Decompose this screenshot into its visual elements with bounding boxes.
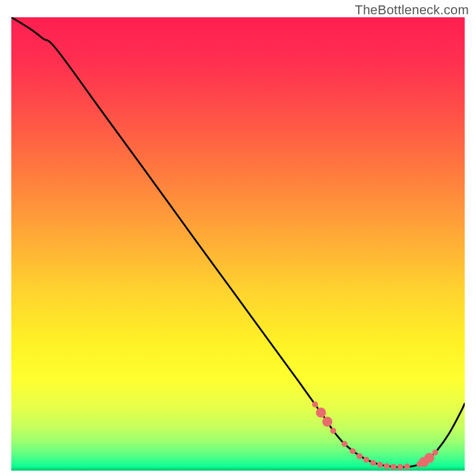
marker-dot (330, 428, 336, 434)
marker-dot (377, 462, 383, 468)
marker-dot (432, 450, 438, 456)
plot-area (11, 17, 465, 471)
chart-container: TheBottleneck.com (0, 0, 476, 476)
marker-dot (404, 464, 410, 469)
bottleneck-zone-dots (312, 402, 439, 470)
marker-dot (424, 453, 434, 463)
marker-dot (350, 448, 356, 454)
watermark-text: TheBottleneck.com (355, 2, 469, 18)
marker-dot (322, 416, 333, 427)
marker-dot (342, 441, 347, 447)
marker-dot (370, 460, 376, 466)
bottleneck-curve (11, 17, 465, 467)
marker-dot (316, 408, 326, 418)
marker-dot (364, 457, 369, 463)
marker-dot (356, 453, 362, 459)
bottleneck-curve-svg (11, 17, 465, 471)
marker-dot (397, 464, 403, 470)
marker-dot (390, 464, 396, 470)
marker-dot (384, 463, 390, 469)
marker-dot (312, 402, 318, 408)
